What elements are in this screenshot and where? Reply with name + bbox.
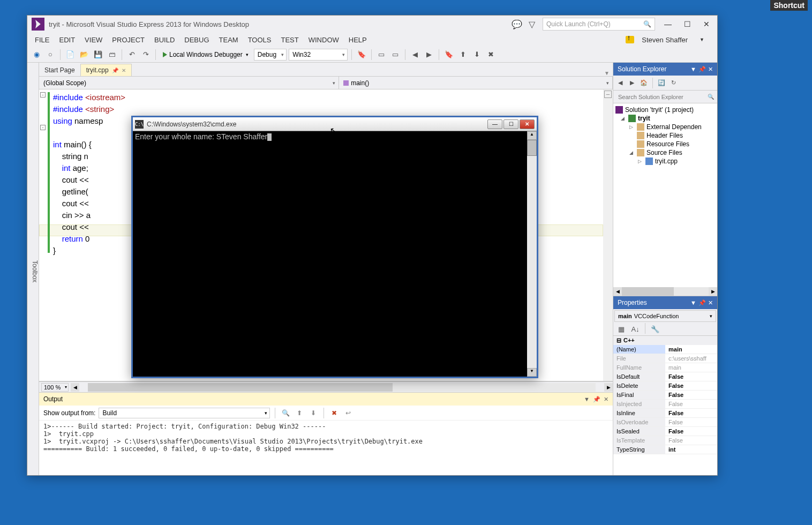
new-project-icon[interactable]: 📄 <box>64 49 76 61</box>
zoom-combo[interactable]: 100 % <box>41 383 69 392</box>
comment-icon[interactable]: ▭ <box>375 49 387 61</box>
bookmark-prev-icon[interactable]: ⬆ <box>457 49 469 61</box>
nav-fwd-icon[interactable]: ○ <box>44 49 56 61</box>
undo-icon[interactable]: ↶ <box>126 49 138 61</box>
fold-toggle[interactable]: - <box>40 92 46 98</box>
menu-edit[interactable]: EDIT <box>55 35 79 45</box>
property-row[interactable]: IsOverloadeFalse <box>613 418 717 427</box>
close-icon[interactable]: ✕ <box>708 299 713 306</box>
pin-icon[interactable]: 📌 <box>698 299 706 306</box>
dropdown-icon[interactable]: ▼ <box>690 299 696 306</box>
dropdown-icon[interactable]: ▼ <box>690 66 696 73</box>
save-all-icon[interactable]: 🗃 <box>106 49 118 61</box>
find-message-icon[interactable]: 🔍 <box>280 408 291 418</box>
property-row[interactable]: IsInjectedFalse <box>613 400 717 409</box>
pin-icon[interactable]: 📌 <box>698 66 706 73</box>
bookmark-next-icon[interactable]: ⬇ <box>471 49 483 61</box>
nav-back-icon[interactable]: ◉ <box>31 49 42 61</box>
menu-window[interactable]: WINDOW <box>304 35 343 45</box>
maximize-button[interactable]: ☐ <box>681 19 694 29</box>
bookmark-icon[interactable]: 🔖 <box>443 49 455 61</box>
tree-folder[interactable]: ◢ Source Files <box>613 148 717 157</box>
output-source-combo[interactable]: Build <box>99 408 270 418</box>
menu-test[interactable]: TEST <box>277 35 303 45</box>
menu-help[interactable]: HELP <box>344 35 371 45</box>
close-icon[interactable]: ✕ <box>604 396 608 403</box>
home-icon[interactable]: 🏠 <box>639 78 649 88</box>
feedback-icon[interactable]: 💬 <box>513 20 521 28</box>
expand-icon[interactable]: ◢ <box>629 150 635 155</box>
menu-team[interactable]: TEAM <box>215 35 243 45</box>
toggle-wrap-icon[interactable]: ↩ <box>343 408 354 418</box>
tree-file[interactable]: ▷ tryit.cpp <box>613 157 717 166</box>
property-row[interactable]: IsInlineFalse <box>613 409 717 418</box>
function-combo[interactable]: main() <box>339 77 613 89</box>
close-icon[interactable]: ✕ <box>708 66 713 73</box>
find-icon[interactable]: 🔖 <box>356 49 367 61</box>
property-row[interactable]: IsDeleteFalse <box>613 381 717 391</box>
tree-hscrollbar[interactable]: ◀▶ <box>613 287 717 296</box>
tree-folder[interactable]: Resource Files <box>613 140 717 148</box>
scope-combo[interactable]: (Global Scope) <box>39 77 339 89</box>
menu-file[interactable]: FILE <box>31 35 54 45</box>
fwd-icon[interactable]: ▶ <box>627 78 637 88</box>
expand-icon[interactable]: ◢ <box>621 116 626 121</box>
tab-dropdown-icon[interactable]: ▼ <box>604 70 613 76</box>
property-row[interactable]: IsDefaultFalse <box>613 372 717 381</box>
close-tab-icon[interactable]: ✕ <box>122 68 126 73</box>
solution-search-input[interactable] <box>615 92 715 102</box>
props-page-icon[interactable]: 🔧 <box>649 323 661 335</box>
console-close-button[interactable]: ✕ <box>520 119 535 129</box>
editor-vscrollbar[interactable]: ─ <box>603 89 613 381</box>
property-row[interactable]: IsTemplateFalse <box>613 436 717 445</box>
console-output[interactable]: Enter your whole name: STeven Shaffer <box>133 131 527 377</box>
menu-debug[interactable]: DEBUG <box>180 35 213 45</box>
expand-icon[interactable]: ▷ <box>638 159 643 164</box>
clear-output-icon[interactable]: ✖ <box>329 408 340 418</box>
next-message-icon[interactable]: ⬇ <box>308 408 319 418</box>
menu-project[interactable]: PROJECT <box>108 35 149 45</box>
hscroll-left-icon[interactable]: ◀ <box>71 383 79 392</box>
properties-object-combo[interactable]: main VCCodeFunction ▾ <box>614 310 716 322</box>
tree-project[interactable]: ◢ tryit <box>613 114 717 123</box>
start-debug-button[interactable]: Local Windows Debugger ▾ <box>160 50 252 59</box>
tree-folder[interactable]: Header Files <box>613 131 717 140</box>
prop-category[interactable]: ⊟C++ <box>613 336 717 345</box>
hscroll-right-icon[interactable]: ▶ <box>604 383 613 392</box>
platform-combo[interactable]: Win32 <box>289 49 348 61</box>
pin-icon[interactable]: 📌 <box>593 396 600 403</box>
editor-hscrollbar[interactable] <box>88 383 596 392</box>
property-row[interactable]: IsSealedFalse <box>613 427 717 436</box>
output-text[interactable]: 1>------ Build started: Project: tryit, … <box>39 421 613 475</box>
uncomment-icon[interactable]: ▭ <box>389 49 401 61</box>
tab-start-page[interactable]: Start Page <box>39 64 80 76</box>
back-icon[interactable]: ◀ <box>615 78 625 88</box>
refresh-icon[interactable]: ↻ <box>668 78 678 88</box>
tree-solution[interactable]: Solution 'tryit' (1 project) <box>613 106 717 114</box>
redo-icon[interactable]: ↷ <box>140 49 152 61</box>
prev-message-icon[interactable]: ⬆ <box>294 408 305 418</box>
property-row[interactable]: IsFinalFalse <box>613 391 717 400</box>
console-maximize-button[interactable]: ☐ <box>503 119 518 129</box>
open-file-icon[interactable]: 📂 <box>78 49 90 61</box>
solution-search[interactable] <box>613 91 717 103</box>
bookmark-clear-icon[interactable]: ✖ <box>485 49 497 61</box>
property-row[interactable]: FullNamemain <box>613 363 717 372</box>
save-icon[interactable]: 💾 <box>92 49 104 61</box>
property-row[interactable]: Filec:\users\sshaff <box>613 354 717 363</box>
expand-icon[interactable]: ▷ <box>629 124 635 130</box>
split-icon[interactable]: ─ <box>604 91 612 98</box>
filter-icon[interactable]: ▽ <box>528 20 536 28</box>
console-titlebar[interactable]: C:\ C:\Windows\system32\cmd.exe — ☐ ✕ <box>133 117 537 131</box>
user-menu[interactable]: Steven Shaffer ▼ <box>626 35 714 45</box>
menu-view[interactable]: VIEW <box>80 35 107 45</box>
tree-folder[interactable]: ▷ External Dependen <box>613 123 717 131</box>
property-row[interactable]: (Name)main <box>613 345 717 354</box>
console-minimize-button[interactable]: — <box>487 119 502 129</box>
menu-build[interactable]: BUILD <box>150 35 179 45</box>
properties-grid[interactable]: ⊟C++ (Name)mainFilec:\users\sshaffFullNa… <box>613 336 717 475</box>
categorize-icon[interactable]: ▦ <box>615 323 627 335</box>
pin-icon[interactable]: 📌 <box>112 68 118 73</box>
minimize-button[interactable]: — <box>661 19 674 29</box>
quick-launch-input[interactable]: Quick Launch (Ctrl+Q) 🔍 <box>543 18 655 31</box>
